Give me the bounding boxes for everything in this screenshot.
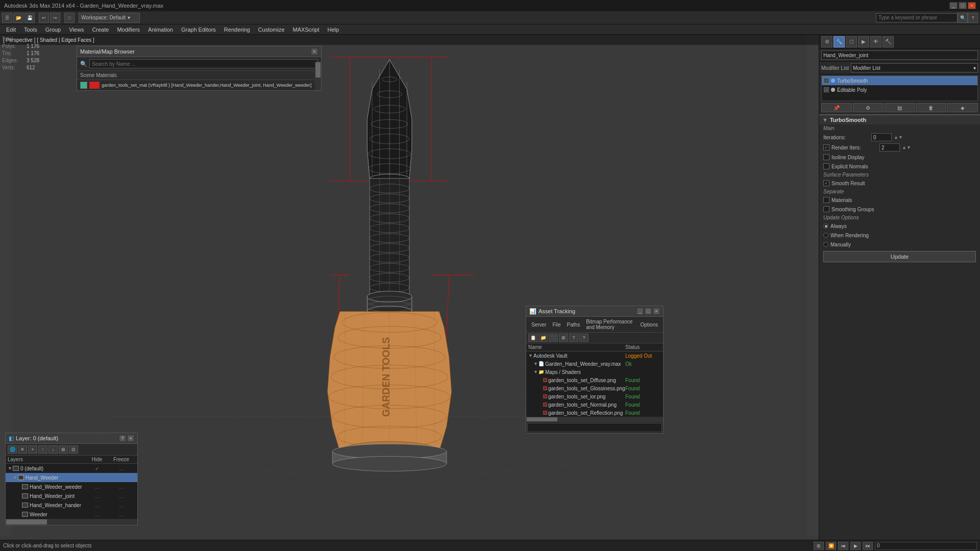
layer-item-0[interactable]: ▼ 0 (default) ✓ ... bbox=[6, 464, 137, 473]
at-row-glossiness[interactable]: 🖼 garden_tools_set_Glossiness.png Found bbox=[526, 384, 663, 392]
material-browser-scrollbar[interactable] bbox=[315, 62, 321, 90]
at-row-max-file[interactable]: ▼ 📄 Garden_Hand_Weeder_vray.max Ok bbox=[526, 360, 663, 368]
at-horizontal-scrollbar[interactable] bbox=[526, 417, 663, 422]
menu-modifiers[interactable]: Modifiers bbox=[113, 24, 144, 35]
layer-down-btn[interactable]: ↓ bbox=[48, 445, 58, 454]
display-tab-icon[interactable]: 👁 bbox=[870, 36, 881, 47]
update-button[interactable]: Update bbox=[823, 251, 976, 262]
help-button[interactable]: ? bbox=[968, 13, 978, 23]
at-help2-btn[interactable]: ? bbox=[579, 334, 589, 342]
utilities-tab-icon[interactable]: 🔨 bbox=[883, 36, 894, 47]
at-row-ior[interactable]: 🖼 garden_tools_set_ior.png Found bbox=[526, 392, 663, 400]
redo-button[interactable]: ↪ bbox=[50, 13, 60, 23]
object-name-field[interactable] bbox=[821, 51, 978, 60]
save-button[interactable]: 💾 bbox=[24, 13, 35, 23]
workspace-dropdown[interactable]: Workspace: Default ▾ bbox=[79, 13, 140, 23]
at-minimize-button[interactable]: _ bbox=[636, 308, 644, 315]
menu-help[interactable]: Help bbox=[324, 24, 344, 35]
menu-views[interactable]: Views bbox=[65, 24, 88, 35]
stop-button[interactable]: ⏭ bbox=[863, 542, 873, 550]
manually-radio[interactable] bbox=[823, 242, 828, 247]
render-iters-checkbox[interactable]: ✓ bbox=[823, 144, 829, 151]
at-row-vault[interactable]: ▼ Autodesk Vault Logged Out bbox=[526, 352, 663, 360]
at-menu-bitmap[interactable]: Bitmap Performance and Memory bbox=[583, 318, 637, 331]
menu-graph-editors[interactable]: Graph Editors bbox=[177, 24, 220, 35]
at-menu-paths[interactable]: Paths bbox=[564, 321, 583, 329]
layer-item-hander[interactable]: Hand_Weeder_hander ... ... bbox=[6, 500, 137, 510]
layer-expand-all-btn[interactable]: ⊞ bbox=[59, 445, 68, 454]
open-button[interactable]: 📂 bbox=[13, 13, 23, 23]
configure-modifier-sets-button[interactable]: ⚙ bbox=[853, 103, 884, 112]
menu-customize[interactable]: Customize bbox=[254, 24, 289, 35]
at-row-normal[interactable]: 🖼 garden_tools_set_Normal.png Found bbox=[526, 400, 663, 409]
at-tb-btn-1[interactable]: 📋 bbox=[528, 334, 537, 342]
modifier-editable-poly[interactable]: ✓ Editable Poly bbox=[822, 85, 977, 94]
at-row-maps[interactable]: ▼ 📁 Maps / Shaders bbox=[526, 368, 663, 376]
make-unique-button[interactable]: ◈ bbox=[947, 103, 978, 112]
at-help-btn[interactable]: ? bbox=[569, 334, 578, 342]
menu-create[interactable]: Create bbox=[88, 24, 113, 35]
explicit-normals-checkbox[interactable] bbox=[823, 163, 829, 169]
layer-delete-btn[interactable]: ✕ bbox=[18, 445, 27, 454]
hierarchy-tab-icon[interactable]: ⬡ bbox=[846, 36, 857, 47]
when-rendering-radio[interactable] bbox=[823, 233, 828, 238]
show-all-button[interactable]: ▤ bbox=[885, 103, 915, 112]
motion-tab-icon[interactable]: ▶ bbox=[858, 36, 869, 47]
at-tb-btn-2[interactable]: 📁 bbox=[538, 334, 548, 342]
maximize-button[interactable]: □ bbox=[959, 2, 967, 9]
materials-checkbox[interactable] bbox=[823, 197, 829, 203]
smoothing-groups-checkbox[interactable] bbox=[823, 206, 829, 212]
menu-tools[interactable]: Tools bbox=[20, 24, 41, 35]
remove-modifier-button[interactable]: 🗑 bbox=[916, 103, 946, 112]
at-row-diffuse[interactable]: 🖼 garden_tools_set_Diffuse.png Found bbox=[526, 376, 663, 384]
modify-tab-icon[interactable]: 🔧 bbox=[834, 36, 845, 47]
layer-collapse-all-btn[interactable]: ⊟ bbox=[69, 445, 78, 454]
smooth-result-checkbox[interactable]: ✓ bbox=[823, 180, 829, 186]
undo-button[interactable]: ↩ bbox=[39, 13, 49, 23]
always-radio[interactable] bbox=[823, 223, 828, 229]
render-frame-button[interactable]: □ bbox=[64, 13, 75, 23]
at-close-button[interactable]: × bbox=[653, 308, 660, 315]
create-tab-icon[interactable]: ⚙ bbox=[821, 36, 832, 47]
close-button[interactable]: × bbox=[968, 2, 976, 9]
turbosmooth-header[interactable]: ▼ TurboSmooth bbox=[819, 115, 980, 124]
at-row-reflection[interactable]: 🖼 garden_tools_set_Reflection.png Found bbox=[526, 409, 663, 417]
snap-toggle[interactable]: 🔽 bbox=[826, 542, 836, 550]
layer-add-btn[interactable]: + bbox=[28, 445, 37, 454]
search-input[interactable] bbox=[876, 13, 958, 22]
menu-group[interactable]: Group bbox=[41, 24, 65, 35]
layer-h-scrollbar[interactable] bbox=[6, 519, 137, 525]
new-button[interactable]: ☰ bbox=[2, 13, 12, 23]
render-iters-value[interactable]: 2 bbox=[879, 143, 900, 152]
grid-toggle[interactable]: ⊞ bbox=[814, 542, 824, 550]
material-browser-close[interactable]: × bbox=[311, 48, 318, 55]
layer-item-hand-weeder[interactable]: ▼ Hand_Weeder ... ... bbox=[6, 473, 137, 482]
iterations-value[interactable]: 0 bbox=[871, 133, 892, 141]
menu-rendering[interactable]: Rendering bbox=[220, 24, 254, 35]
at-menu-options[interactable]: Options bbox=[638, 321, 661, 329]
menu-edit[interactable]: Edit bbox=[2, 24, 20, 35]
modifier-turbosmoooth[interactable]: ✓ TurboSmooth bbox=[822, 76, 977, 85]
layer-item-weeder2[interactable]: Weeder ... ... bbox=[6, 510, 137, 519]
layer-scene-btn[interactable]: 🌐 bbox=[8, 445, 17, 454]
menu-maxscript[interactable]: MAXScript bbox=[289, 24, 324, 35]
time-controls[interactable]: ⏮ bbox=[838, 542, 848, 550]
scene-materials-header[interactable]: Scene Materials bbox=[77, 71, 321, 80]
material-item[interactable]: garden_tools_set_mat (VRayMtl ) [Hand_We… bbox=[77, 80, 321, 90]
layer-dialog-close[interactable]: × bbox=[127, 435, 134, 442]
at-menu-file[interactable]: File bbox=[549, 321, 564, 329]
material-search-input[interactable] bbox=[89, 59, 318, 68]
at-tb-btn-3[interactable]: ⬛ bbox=[549, 334, 558, 342]
menu-animation[interactable]: Animation bbox=[144, 24, 177, 35]
search-button[interactable]: 🔍 bbox=[958, 13, 968, 23]
minimize-button[interactable]: _ bbox=[949, 2, 958, 9]
isoline-checkbox[interactable] bbox=[823, 154, 829, 160]
frame-counter[interactable]: 0 bbox=[875, 542, 977, 550]
at-menu-server[interactable]: Server bbox=[528, 321, 549, 329]
layer-dialog-help[interactable]: ? bbox=[119, 435, 126, 442]
layer-move-btn[interactable]: ↑ bbox=[38, 445, 47, 454]
play-button[interactable]: ▶ bbox=[850, 542, 861, 550]
layer-item-joint[interactable]: Hand_Weeder_joint ... ... bbox=[6, 491, 137, 500]
layer-item-weeder[interactable]: Hand_Weeder_weeder ... ... bbox=[6, 482, 137, 491]
pin-button[interactable]: 📌 bbox=[821, 103, 852, 112]
